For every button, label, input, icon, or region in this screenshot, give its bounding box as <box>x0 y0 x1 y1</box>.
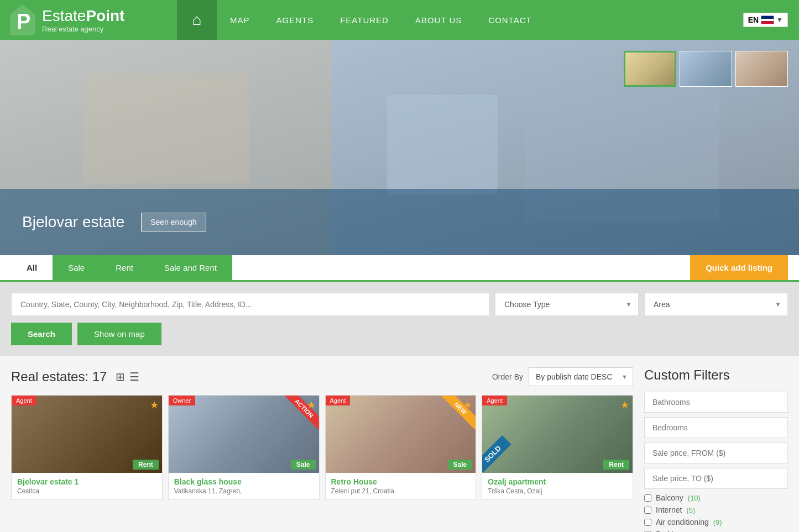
home-button[interactable]: ⌂ <box>177 0 217 40</box>
search-button[interactable]: Search <box>11 323 72 345</box>
flag-icon <box>761 15 774 24</box>
card-info: Retro House Zeleni put 21, Croatia <box>326 473 476 499</box>
lang-text: EN <box>748 15 759 24</box>
order-select-wrapper: By publish date DESC <box>529 367 633 386</box>
thumbnail-3[interactable] <box>735 51 788 87</box>
tab-all[interactable]: All <box>11 255 53 282</box>
list-view-icon[interactable]: ☰ <box>129 370 139 383</box>
balcony-label: Balcony <box>656 493 683 502</box>
air-conditioning-count: (9) <box>713 518 722 526</box>
hero-overlay: Bjelovar estate Seen enough <box>0 189 799 255</box>
logo[interactable]: P EstatePoint Real estate agency <box>0 0 177 40</box>
card-name: Bjelovar estate 1 <box>17 477 156 486</box>
listings-title: Real estates: 17 <box>11 369 107 384</box>
order-row: Order By By publish date DESC <box>492 367 633 386</box>
nav-agents[interactable]: AGENTS <box>263 0 327 40</box>
agent-badge: Agent <box>482 396 507 405</box>
listing-card[interactable]: Agent ★ Rent Bjelovar estate 1 Cestica <box>11 395 163 500</box>
star-icon: ★ <box>620 399 629 411</box>
quick-add-listing-button[interactable]: Quick add listing <box>690 255 788 280</box>
card-address: Vatikanska 11, Zagreb, <box>174 487 314 495</box>
agent-badge: Agent <box>326 396 351 405</box>
listing-card[interactable]: Owner ACTION ★ Sale Black glass house Va… <box>168 395 320 500</box>
svg-rect-5 <box>83 73 249 183</box>
listings-section: Real estates: 17 ⊞ ☰ Order By By publish… <box>11 367 633 532</box>
area-select-wrapper: Area <box>644 293 788 316</box>
internet-label: Internet <box>656 505 682 514</box>
tab-rent[interactable]: Rent <box>100 255 149 282</box>
card-address: Zeleni put 21, Croatia <box>331 487 471 495</box>
thumbnail-1[interactable] <box>624 51 676 87</box>
card-name: Black glass house <box>174 477 314 486</box>
type-select-wrapper: Choose Type <box>495 293 639 316</box>
filter-balcony: Balcony (10) <box>644 493 788 502</box>
show-on-map-button[interactable]: Show on map <box>77 323 161 345</box>
hero-thumbnails <box>624 51 788 87</box>
logo-name: EstatePoint <box>42 7 124 25</box>
seen-enough-button[interactable]: Seen enough <box>141 213 206 231</box>
nav-featured[interactable]: FEATURED <box>327 0 402 40</box>
sidebar: Custom Filters Balcony (10) Internet (5)… <box>644 367 788 532</box>
order-select[interactable]: By publish date DESC <box>529 367 633 386</box>
order-label: Order By <box>492 372 523 381</box>
filter-internet: Internet (5) <box>644 505 788 514</box>
agent-badge: Owner <box>169 396 195 405</box>
listings-header: Real estates: 17 ⊞ ☰ Order By By publish… <box>11 367 633 386</box>
air-conditioning-checkbox[interactable] <box>644 519 651 526</box>
balcony-checkbox[interactable] <box>644 494 651 502</box>
tabs-bar: All Sale Rent Sale and Rent Quick add li… <box>0 255 799 282</box>
air-conditioning-label: Air conditioning <box>656 518 709 526</box>
thumbnail-2[interactable] <box>680 51 732 87</box>
balcony-count: (10) <box>688 494 701 502</box>
search-section: Choose Type Area Search Show on map <box>0 282 799 356</box>
grid-view-icon[interactable]: ⊞ <box>116 370 125 383</box>
star-icon: ★ <box>463 399 472 411</box>
agent-badge: Agent <box>12 396 36 405</box>
card-name: Retro House <box>331 477 471 486</box>
parking-count: (9) <box>686 530 695 533</box>
listing-label: Sale <box>291 460 316 470</box>
search-input[interactable] <box>11 293 489 316</box>
tab-sale-rent[interactable]: Sale and Rent <box>149 255 232 282</box>
card-image: Agent SOLD ★ Rent <box>482 396 633 473</box>
custom-filters-title: Custom Filters <box>644 367 788 383</box>
bedrooms-input[interactable] <box>644 417 788 438</box>
listing-card[interactable]: Agent NEW ★ Sale Retro House Zeleni put … <box>325 395 477 500</box>
listing-card[interactable]: Agent SOLD ★ Rent Ozalj apartment Trška … <box>482 395 633 500</box>
sale-price-to-input[interactable] <box>644 468 788 489</box>
cards-grid: Agent ★ Rent Bjelovar estate 1 Cestica O… <box>11 395 633 500</box>
search-buttons-row: Search Show on map <box>11 323 788 345</box>
internet-checkbox[interactable] <box>644 507 651 514</box>
type-select[interactable]: Choose Type <box>495 293 639 316</box>
navbar: P EstatePoint Real estate agency ⌂ MAP A… <box>0 0 799 40</box>
parking-label: Parking <box>656 530 682 532</box>
nav-contact[interactable]: CONTACT <box>475 0 545 40</box>
home-icon: ⌂ <box>192 11 202 29</box>
logo-tagline: Real estate agency <box>42 25 124 33</box>
card-info: Black glass house Vatikanska 11, Zagreb, <box>169 473 319 499</box>
language-selector[interactable]: EN ▼ <box>743 13 788 27</box>
card-image: Agent ★ Rent <box>12 396 162 473</box>
card-info: Ozalj apartment Trška Cesta, Ozalj <box>482 473 633 499</box>
card-image: Owner ACTION ★ Sale <box>169 396 319 473</box>
view-controls: ⊞ ☰ <box>116 370 139 383</box>
svg-rect-6 <box>387 95 498 194</box>
card-address: Cestica <box>17 487 156 495</box>
internet-count: (5) <box>686 506 695 514</box>
card-info: Bjelovar estate 1 Cestica <box>12 473 162 499</box>
area-select[interactable]: Area <box>644 293 788 316</box>
bathrooms-input[interactable] <box>644 392 788 413</box>
card-image: Agent NEW ★ Sale <box>326 396 476 473</box>
star-icon: ★ <box>307 399 316 411</box>
card-address: Trška Cesta, Ozalj <box>488 487 627 495</box>
lang-arrow: ▼ <box>776 16 783 24</box>
nav-about[interactable]: ABOUT US <box>402 0 475 40</box>
nav-links: MAP AGENTS FEATURED ABOUT US CONTACT <box>217 0 743 40</box>
nav-map[interactable]: MAP <box>217 0 263 40</box>
star-icon: ★ <box>150 399 159 411</box>
tab-sale[interactable]: Sale <box>53 255 100 282</box>
filter-parking: Parking (9) <box>644 530 788 532</box>
card-name: Ozalj apartment <box>488 477 627 486</box>
listing-label: Rent <box>603 460 629 470</box>
sale-price-from-input[interactable] <box>644 443 788 463</box>
